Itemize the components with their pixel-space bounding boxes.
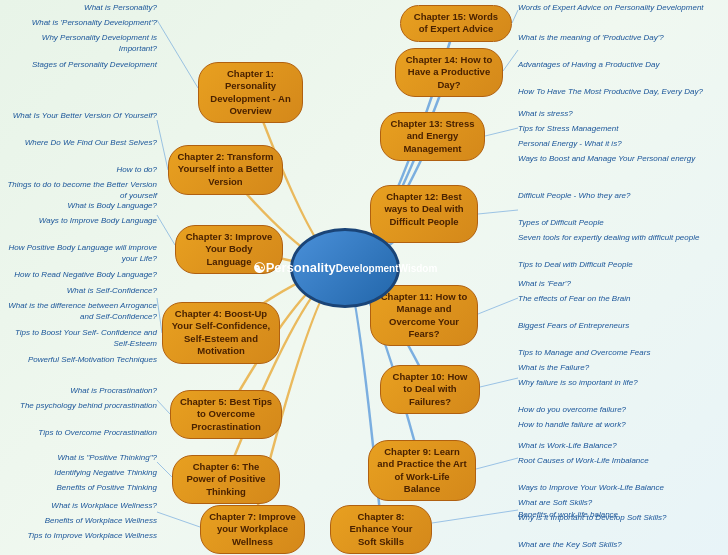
left-subitem-2-3: How to Read Negative Body Language?	[2, 269, 157, 280]
right-subitem-3-2: Seven tools for expertly dealing with di…	[518, 232, 726, 243]
chapter-node-ch4[interactable]: Chapter 4: Boost-Up Your Self-Confidence…	[162, 302, 280, 364]
left-subitem-5-1: Identifying Negative Thinking	[2, 467, 157, 478]
chapter-node-ch10[interactable]: Chapter 10: How to Deal with Failures?	[380, 365, 480, 414]
right-subitem-2-3: Ways to Boost and Manage Your Personal e…	[518, 153, 726, 164]
right-subitem-4-1: The effects of Fear on the Brain	[518, 293, 726, 304]
right-subitem-4-0: What is 'Fear'?	[518, 278, 726, 289]
left-subitem-0-2: Why Personality Development is Important…	[2, 32, 157, 54]
left-subitem-4-2: Tips to Overcome Procrastination	[2, 427, 157, 438]
left-subitem-6-2: Tips to Improve Workplace Wellness	[2, 530, 157, 541]
right-subitem-6-1: Root Causes of Work-Life Imbalance	[518, 455, 726, 466]
left-subitem-2-2: How Positive Body Language will improve …	[2, 242, 157, 264]
left-subitem-2-1: Ways to Improve Body Language	[2, 215, 157, 226]
left-subitem-3-0: What is Self-Confidence?	[2, 285, 157, 296]
chapter-node-ch2[interactable]: Chapter 2: Transform Yourself into a Bet…	[168, 145, 283, 195]
left-subitem-0-0: What is Personality?	[2, 2, 157, 13]
right-subitem-6-2: Ways to Improve Your Work-Life Balance	[518, 482, 726, 493]
right-subitem-4-2: Biggest Fears of Entrepreneurs	[518, 320, 726, 331]
left-subitem-3-1: What is the difference between Arrogance…	[2, 300, 157, 322]
right-subitem-7-1: Why is it Important to Develop Soft Skil…	[518, 512, 726, 523]
left-subitem-6-0: What is Workplace Wellness?	[2, 500, 157, 511]
right-subitem-5-0: What is the Failure?	[518, 362, 726, 373]
chapter-node-ch7[interactable]: Chapter 7: Improve your Workplace Wellne…	[200, 505, 305, 554]
left-subitem-4-0: What is Procrastination?	[2, 385, 157, 396]
right-subitem-2-0: What is stress?	[518, 108, 726, 119]
left-subitem-5-0: What is "Positive Thinking"?	[2, 452, 157, 463]
svg-line-0	[157, 20, 198, 88]
mindmap-container: ☯ Personality Development Wisdom Chapter…	[0, 0, 728, 555]
left-subitem-4-1: The psychology behind procrastination	[2, 400, 157, 411]
right-subitem-1-0: What is the meaning of 'Productive Day'?	[518, 32, 726, 43]
right-subitem-1-1: Advantages of Having a Productive Day	[518, 59, 726, 70]
svg-line-2	[157, 215, 175, 245]
left-subitem-6-1: Benefits of Workplace Wellness	[2, 515, 157, 526]
right-subitem-4-3: Tips to Manage and Overcome Fears	[518, 347, 726, 358]
svg-line-4	[157, 400, 170, 414]
right-subitem-3-3: Tips to Deal with Difficult People	[518, 259, 726, 270]
svg-line-10	[478, 210, 518, 214]
svg-line-11	[478, 298, 518, 314]
chapter-node-ch14[interactable]: Chapter 14: How to Have a Productive Day…	[395, 48, 503, 97]
svg-line-1	[157, 120, 168, 170]
right-subitem-2-2: Personal Energy - What it is?	[518, 138, 726, 149]
svg-line-5	[157, 462, 172, 477]
chapter-node-ch5[interactable]: Chapter 5: Best Tips to Overcome Procras…	[170, 390, 282, 439]
left-subitem-1-3: Things to do to become the Better Versio…	[2, 179, 157, 201]
left-subitem-5-2: Benefits of Positive Thinking	[2, 482, 157, 493]
right-subitem-2-1: Tips for Stress Management	[518, 123, 726, 134]
right-subitem-7-2: What are the Key Soft Skills?	[518, 539, 726, 550]
chapter-node-ch6[interactable]: Chapter 6: The Power of Positive Thinkin…	[172, 455, 280, 504]
chapter-node-ch15[interactable]: Chapter 15: Words of Expert Advice	[400, 5, 512, 42]
right-subitem-7-0: What are Soft Skills?	[518, 497, 726, 508]
chapter-node-ch8[interactable]: Chapter 8: Enhance Your Soft Skills	[330, 505, 432, 554]
left-subitem-2-0: What is Body Language?	[2, 200, 157, 211]
center-node: ☯ Personality Development Wisdom	[290, 228, 400, 308]
svg-line-13	[476, 458, 518, 469]
svg-line-6	[157, 512, 200, 527]
chapter-node-ch9[interactable]: Chapter 9: Learn and Practice the Art of…	[368, 440, 476, 501]
left-subitem-0-1: What is 'Personality Development'?	[2, 17, 157, 28]
chapter-node-ch12[interactable]: Chapter 12: Best ways to Deal with Diffi…	[370, 185, 478, 243]
right-subitem-5-2: How do you overcome failure?	[518, 404, 726, 415]
right-subitem-5-3: How to handle failure at work?	[518, 419, 726, 430]
right-subitem-5-1: Why failure is so important in life?	[518, 377, 726, 388]
left-subitem-1-0: What Is Your Better Version Of Yourself?	[2, 110, 157, 121]
right-subitem-0-0: Words of Expert Advice on Personality De…	[518, 2, 726, 13]
chapter-node-ch13[interactable]: Chapter 13: Stress and Energy Management	[380, 112, 485, 161]
right-subitem-3-0: Difficult People - Who they are?	[518, 190, 726, 201]
svg-line-8	[503, 50, 518, 71]
left-subitem-1-1: Where Do We Find Our Best Selves?	[2, 137, 157, 148]
left-subitem-1-2: How to do?	[2, 164, 157, 175]
svg-line-9	[485, 128, 518, 136]
left-subitem-3-2: Tips to Boost Your Self- Confidence and …	[2, 327, 157, 349]
left-subitem-0-3: Stages of Personality Development	[2, 59, 157, 70]
svg-line-14	[432, 510, 518, 523]
chapter-node-ch1[interactable]: Chapter 1: Personality Development - An …	[198, 62, 303, 123]
right-subitem-1-2: How To Have The Most Productive Day, Eve…	[518, 86, 726, 97]
right-subitem-3-1: Types of Difficult People	[518, 217, 726, 228]
svg-line-12	[480, 378, 518, 387]
left-subitem-3-3: Powerful Self-Motivation Techniques	[2, 354, 157, 365]
right-subitem-6-0: What is Work-Life Balance?	[518, 440, 726, 451]
